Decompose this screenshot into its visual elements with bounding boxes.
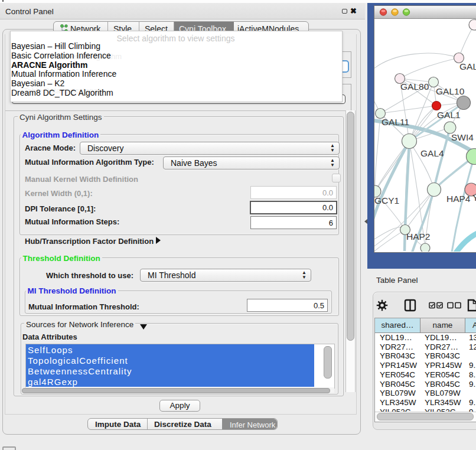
- svg-text:SWI4: SWI4: [451, 132, 474, 142]
- svg-text:GAL80: GAL80: [400, 81, 429, 92]
- svg-text:HAP4: HAP4: [446, 194, 471, 204]
- svg-text:GAL4: GAL4: [420, 148, 444, 158]
- svg-text:GAL10: GAL10: [436, 86, 465, 96]
- svg-text:GCY1: GCY1: [374, 195, 399, 206]
- svg-text:HAP2: HAP2: [406, 231, 431, 242]
- svg-text:GAL11: GAL11: [382, 117, 409, 127]
- svg-text:GAL1: GAL1: [437, 110, 461, 120]
- svg-text:Y: Y: [472, 193, 476, 203]
- svg-text:GAL7: GAL7: [459, 61, 476, 71]
